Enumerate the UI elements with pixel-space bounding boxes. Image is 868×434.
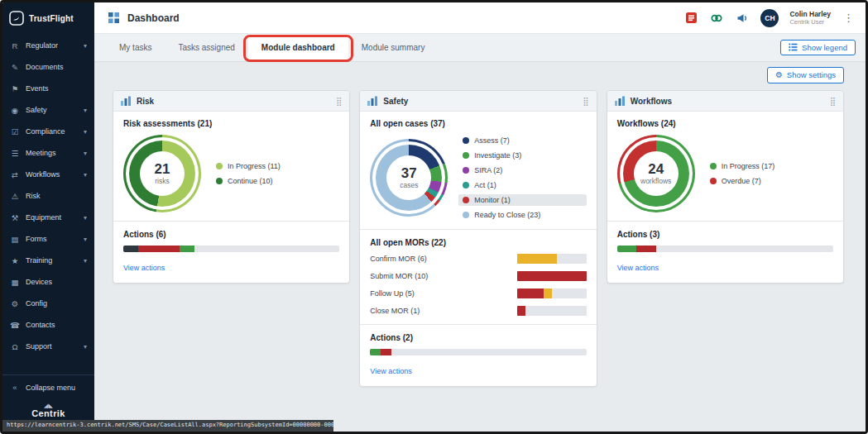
- announcements-icon[interactable]: [735, 11, 750, 26]
- mor-row: Submit MOR (10): [370, 271, 586, 281]
- sidebar-item-compliance[interactable]: ☑Compliance▾: [2, 121, 94, 142]
- legend-label: Overdue (7): [722, 177, 761, 185]
- sidebar-item-config[interactable]: ⚙Config: [2, 293, 94, 314]
- bar-segment: [636, 246, 656, 252]
- legend-item[interactable]: Act (1): [458, 179, 586, 191]
- app-window: TrustFlight RRegulator▾✎Documents⚑Events…: [0, 0, 868, 434]
- sidebar-item-documents[interactable]: ✎Documents: [2, 56, 94, 78]
- chevron-down-icon: ▾: [84, 257, 87, 265]
- sidebar-item-workflows[interactable]: ⇄Workflows▾: [2, 164, 94, 185]
- chevron-down-icon: ▾: [84, 42, 87, 50]
- sidebar-item-safety[interactable]: ◉Safety▾: [2, 99, 94, 121]
- view-actions-link[interactable]: View actions: [123, 264, 165, 272]
- legend-label: Investigate (3): [474, 151, 521, 160]
- chevron-down-icon: ▾: [84, 107, 87, 114]
- equipment-icon: ⚒: [10, 213, 20, 222]
- safety-icon: ◉: [10, 106, 20, 115]
- bar-segment: [123, 246, 138, 252]
- section-heading: All open cases (37): [370, 119, 586, 128]
- donut-value: 21: [155, 162, 170, 176]
- view-actions-link[interactable]: View actions: [617, 264, 659, 272]
- tab-module-summary[interactable]: Module summary: [348, 34, 439, 61]
- drag-handle-icon[interactable]: ⣿: [830, 97, 836, 106]
- actions-heading: Actions (6): [123, 230, 339, 239]
- sidebar-item-events[interactable]: ⚑Events: [2, 78, 94, 99]
- tab-module-dashboard[interactable]: Module dashboard: [248, 34, 348, 61]
- tab-tasks-assigned[interactable]: Tasks assigned: [165, 34, 247, 61]
- legend: Assess (7)Investigate (3)SIRA (2)Act (1)…: [458, 135, 586, 221]
- risk-icon: ⚠: [10, 192, 20, 201]
- feed-icon[interactable]: [683, 11, 698, 26]
- sidebar-item-label: Collapse menu: [26, 384, 75, 392]
- sidebar-item-collapse-menu[interactable]: «Collapse menu: [2, 374, 94, 399]
- legend-label: Act (1): [474, 181, 496, 189]
- sidebar-item-label: Config: [26, 299, 47, 308]
- user-meta: Colin Harley Centrik User: [789, 10, 831, 26]
- sidebar-item-label: Meetings: [26, 149, 56, 157]
- settings-row: ⚙ Show settings: [113, 67, 844, 83]
- compliance-icon: ☑: [10, 127, 20, 136]
- sidebar-item-regulator[interactable]: RRegulator▾: [2, 35, 94, 56]
- mor-label: Submit MOR (10): [370, 272, 428, 280]
- legend-item[interactable]: SIRA (2): [458, 165, 586, 176]
- meetings-icon: ☰: [10, 149, 20, 158]
- brand-name: TrustFlight: [29, 14, 74, 23]
- sidebar-nav: RRegulator▾✎Documents⚑Events◉Safety▾☑Com…: [2, 35, 94, 399]
- view-actions-link[interactable]: View actions: [370, 367, 411, 375]
- legend-label: SIRA (2): [474, 166, 502, 174]
- mor-row: Follow Up (5): [370, 289, 586, 298]
- legend-item[interactable]: Overdue (7): [706, 175, 833, 187]
- training-icon: ★: [10, 256, 20, 265]
- donut-section: 24workflowsIn Progress (17)Overdue (7): [617, 135, 833, 212]
- legend: In Progress (11)Continue (10): [212, 160, 339, 187]
- drag-handle-icon[interactable]: ⣿: [583, 97, 588, 106]
- mor-bar: [517, 254, 587, 264]
- user-role: Centrik User: [789, 18, 831, 26]
- legend-item[interactable]: In Progress (17): [706, 160, 833, 172]
- config-icon: ⚙: [10, 299, 20, 308]
- legend-item[interactable]: Ready to Close (23): [458, 209, 586, 221]
- sidebar-item-meetings[interactable]: ☰Meetings▾: [2, 142, 94, 164]
- sidebar-item-label: Safety: [26, 106, 47, 114]
- section-heading: Workflows (24): [617, 119, 833, 128]
- donut-section: 21risksIn Progress (11)Continue (10): [123, 135, 339, 212]
- tab-my-tasks[interactable]: My tasks: [106, 34, 165, 61]
- sidebar-item-label: Risk: [26, 192, 41, 200]
- drag-handle-icon[interactable]: ⣿: [336, 97, 342, 106]
- legend-dot-icon: [463, 182, 469, 188]
- sidebar-item-risk[interactable]: ⚠Risk: [2, 185, 94, 207]
- divider: [360, 324, 596, 325]
- bar-segment: [370, 349, 381, 355]
- regulator-icon: R: [10, 41, 20, 50]
- devices-icon: ▦: [10, 278, 20, 287]
- sidebar-item-equipment[interactable]: ⚒Equipment▾: [2, 207, 94, 228]
- workflows-card-icon: [615, 96, 625, 106]
- sidebar-item-devices[interactable]: ▦Devices: [2, 271, 94, 293]
- legend-item[interactable]: Investigate (3): [458, 150, 586, 161]
- kebab-menu-icon[interactable]: ⋮: [842, 12, 856, 24]
- actions-heading: Actions (3): [617, 230, 833, 239]
- brand: TrustFlight: [2, 2, 94, 35]
- legend-item[interactable]: Assess (7): [458, 135, 586, 146]
- sidebar-item-label: Support: [26, 342, 52, 351]
- actions-bar: [123, 246, 339, 252]
- sidebar-item-contacts[interactable]: ☎Contacts: [2, 314, 94, 336]
- user-avatar[interactable]: CH: [760, 9, 779, 27]
- legend-item[interactable]: Continue (10): [212, 175, 339, 187]
- sidebar-item-training[interactable]: ★Training▾: [2, 250, 94, 271]
- show-legend-button[interactable]: Show legend: [780, 40, 856, 55]
- legend-dot-icon: [463, 167, 469, 174]
- legend-item[interactable]: Monitor (1): [458, 194, 586, 206]
- sidebar-item-label: Devices: [26, 278, 52, 286]
- show-settings-button[interactable]: ⚙ Show settings: [767, 67, 844, 83]
- link-icon[interactable]: [709, 11, 724, 26]
- legend-dot-icon: [216, 163, 223, 169]
- legend-dot-icon: [710, 163, 717, 169]
- sidebar-item-support[interactable]: ΩSupport▾: [2, 336, 94, 357]
- card-body: Workflows (24)24workflowsIn Progress (17…: [607, 112, 843, 283]
- cards-row: Risk⣿Risk assessments (21)21risksIn Prog…: [113, 90, 844, 387]
- sidebar-item-label: Equipment: [26, 213, 61, 222]
- sidebar-item-forms[interactable]: ▤Forms▾: [2, 228, 94, 250]
- legend: In Progress (17)Overdue (7): [706, 160, 833, 187]
- legend-item[interactable]: In Progress (11): [212, 160, 339, 172]
